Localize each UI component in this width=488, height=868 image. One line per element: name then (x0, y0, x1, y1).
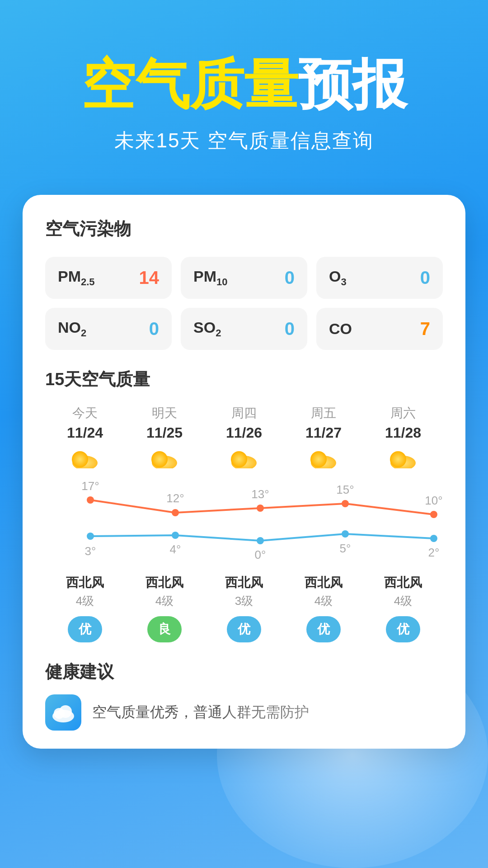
day-label-2: 周四 (231, 405, 257, 422)
weather-icon-4 (387, 448, 419, 468)
quality-badge-0: 优 (68, 616, 102, 642)
pollutant-co: CO 7 (316, 308, 443, 350)
svg-point-32 (59, 705, 72, 718)
pm25-label: PM2.5 (58, 268, 95, 288)
weather-icon-3 (308, 448, 339, 468)
wind-col-4: 西北风 4级 优 (363, 574, 443, 642)
wind-grid: 西北风 4级 优 西北风 4级 良 西北风 3级 优 西北风 4级 优 西北风 … (45, 574, 443, 642)
quality-badge-2: 优 (227, 616, 261, 642)
header: 空气质量预报 未来15天 空气质量信息查询 (0, 0, 488, 181)
svg-point-5 (231, 451, 247, 467)
wind-dir-3: 西北风 (305, 574, 343, 591)
svg-text:4°: 4° (170, 542, 181, 556)
cloud-icon (51, 703, 75, 722)
svg-point-16 (172, 509, 179, 516)
pollutant-no2: NO2 0 (45, 308, 172, 350)
o3-value: 0 (420, 268, 430, 288)
day-col-1: 明天 11/25 (125, 405, 204, 468)
svg-text:10°: 10° (425, 494, 442, 507)
svg-text:15°: 15° (336, 483, 354, 496)
svg-point-24 (430, 535, 437, 542)
temp-chart-svg: 17° 12° 13° 15° 10° 3° 4° 0° 5 (50, 477, 474, 568)
day-date-2: 11/26 (226, 425, 262, 441)
svg-point-20 (87, 533, 94, 540)
pollutant-pm10: PM10 0 (181, 257, 307, 299)
svg-text:13°: 13° (251, 487, 269, 501)
pollutants-grid: PM2.5 14 PM10 0 O3 0 NO2 0 SO2 0 CO 7 (45, 257, 443, 350)
day-date-0: 11/24 (67, 425, 103, 441)
svg-text:5°: 5° (340, 542, 351, 555)
svg-text:17°: 17° (81, 479, 99, 493)
wind-level-1: 4级 (155, 593, 174, 609)
day-date-4: 11/28 (385, 425, 421, 441)
days-header: 今天 11/24 明天 11/25 周四 11/26 (45, 405, 443, 468)
wind-dir-0: 西北风 (66, 574, 104, 591)
weather-icon-2 (228, 448, 260, 468)
svg-point-1 (72, 451, 88, 467)
wind-col-0: 西北风 4级 优 (45, 574, 125, 642)
weather-icon-0 (69, 448, 101, 468)
quality-badge-1: 良 (147, 616, 182, 642)
day-label-3: 周五 (311, 405, 336, 422)
wind-col-2: 西北风 3级 优 (204, 574, 284, 642)
main-title: 空气质量预报 (27, 54, 461, 114)
pm25-value: 14 (139, 268, 160, 288)
temperature-chart: 17° 12° 13° 15° 10° 3° 4° 0° 5 (45, 477, 443, 570)
svg-text:3°: 3° (85, 544, 96, 558)
weather-icon-1 (149, 448, 180, 468)
svg-point-18 (342, 500, 349, 507)
health-icon (45, 694, 81, 731)
day-date-1: 11/25 (146, 425, 183, 441)
svg-point-7 (310, 451, 327, 467)
quality-badge-4: 优 (386, 616, 420, 642)
co-value: 7 (420, 319, 430, 339)
day-date-3: 11/27 (305, 425, 342, 441)
forecast-title: 15天空气质量 (45, 368, 443, 391)
svg-point-3 (151, 451, 168, 467)
svg-point-21 (172, 532, 179, 539)
svg-point-17 (257, 505, 264, 512)
no2-value: 0 (149, 319, 159, 339)
svg-text:2°: 2° (428, 546, 440, 559)
day-col-0: 今天 11/24 (45, 405, 125, 468)
wind-col-3: 西北风 4级 优 (284, 574, 363, 642)
day-col-4: 周六 11/28 (363, 405, 443, 468)
svg-point-23 (342, 530, 349, 538)
no2-label: NO2 (58, 319, 86, 339)
day-col-3: 周五 11/27 (284, 405, 363, 468)
title-highlight: 空气质量 (81, 54, 298, 114)
pollutant-o3: O3 0 (316, 257, 443, 299)
title-white: 预报 (298, 54, 407, 114)
wind-col-1: 西北风 4级 良 (125, 574, 204, 642)
subtitle: 未来15天 空气质量信息查询 (27, 127, 461, 154)
svg-point-22 (257, 537, 264, 544)
pollutants-title: 空气污染物 (45, 217, 443, 241)
pollutant-so2: SO2 0 (181, 308, 307, 350)
wind-level-0: 4级 (76, 593, 94, 609)
svg-point-19 (430, 511, 437, 518)
day-label-4: 周六 (390, 405, 416, 422)
o3-label: O3 (329, 268, 347, 288)
day-label-1: 明天 (152, 405, 177, 422)
wind-level-2: 3级 (235, 593, 253, 609)
wind-dir-1: 西北风 (145, 574, 183, 591)
svg-point-15 (87, 496, 94, 504)
svg-point-9 (390, 451, 406, 467)
svg-text:12°: 12° (166, 491, 184, 505)
pollutant-pm25: PM2.5 14 (45, 257, 172, 299)
pm10-value: 0 (285, 268, 295, 288)
wind-level-3: 4级 (314, 593, 333, 609)
pm10-label: PM10 (193, 268, 227, 288)
co-label: CO (329, 320, 352, 338)
wind-level-4: 4级 (394, 593, 412, 609)
so2-value: 0 (285, 319, 295, 339)
so2-label: SO2 (193, 319, 221, 339)
quality-badge-3: 优 (306, 616, 341, 642)
svg-text:0°: 0° (255, 548, 266, 561)
wind-dir-2: 西北风 (225, 574, 263, 591)
day-label-0: 今天 (72, 405, 98, 422)
day-col-2: 周四 11/26 (204, 405, 284, 468)
wind-dir-4: 西北风 (384, 574, 422, 591)
